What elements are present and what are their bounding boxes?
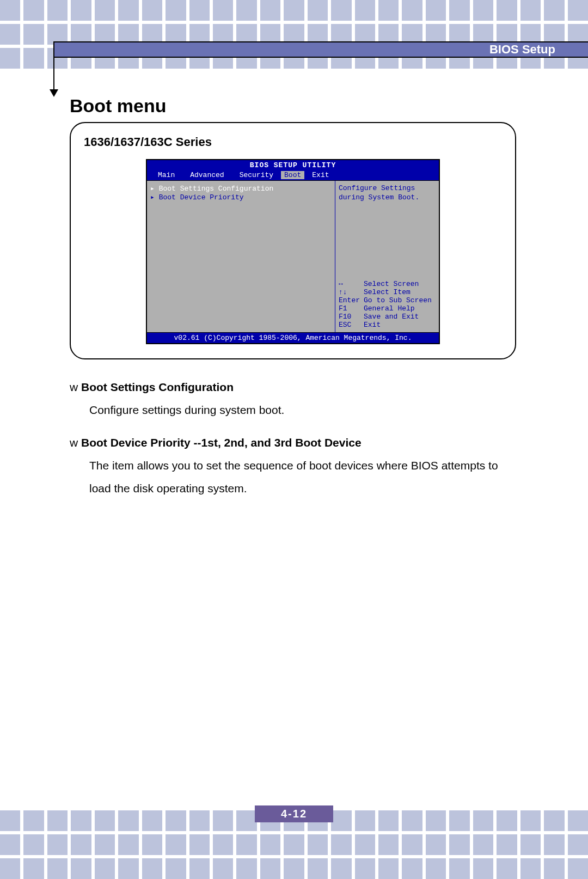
bios-item-boot-settings[interactable]: Boot Settings Configuration [150,184,332,193]
bios-key-legend: ↔Select Screen ↑↓Select Item EnterGo to … [339,280,436,329]
notes-section: w Boot Settings Configuration Configure … [70,376,516,500]
bullet-icon: w [70,436,78,449]
bios-menubar: Main Advanced Security Boot Exit [147,170,439,180]
bios-tab-exit[interactable]: Exit [304,171,336,179]
series-label: 1636/1637/163C Series [84,135,502,149]
header-title: BIOS Setup [489,42,555,57]
bios-tab-security[interactable]: Security [232,171,281,179]
page-heading: Boot menu [70,95,516,117]
bios-tab-main[interactable]: Main [150,171,182,179]
bios-right-pane: Configure Settings during System Boot. ↔… [335,181,439,332]
bios-tab-advanced[interactable]: Advanced [182,171,231,179]
note-desc: The item allows you to set the sequence … [89,454,516,500]
bios-screenshot: BIOS SETUP UTILITY Main Advanced Securit… [146,159,440,344]
bios-left-pane: Boot Settings Configuration Boot Device … [147,181,335,332]
note-label: Boot Settings Configuration [81,381,234,393]
decorative-top [0,0,588,69]
bios-tab-boot[interactable]: Boot [281,171,304,179]
note-item: w Boot Settings Configuration Configure … [70,376,516,422]
bios-hint-line: Configure Settings [339,184,436,193]
section-header: BIOS Setup [53,41,588,58]
bios-hint-line: during System Boot. [339,193,436,203]
page-number: 4-12 [255,805,333,822]
note-item: w Boot Device Priority --1st, 2nd, and 3… [70,431,516,500]
note-label: Boot Device Priority --1st, 2nd, and 3rd… [81,436,362,449]
bullet-icon: w [70,381,78,393]
down-arrow-icon [50,89,58,97]
note-desc: Configure settings during system boot. [89,399,516,422]
bios-footer: v02.61 (C)Copyright 1985-2006, American … [147,333,439,343]
bios-title: BIOS SETUP UTILITY [147,160,439,170]
bios-item-boot-priority[interactable]: Boot Device Priority [150,193,332,202]
bios-panel: 1636/1637/163C Series BIOS SETUP UTILITY… [70,122,516,359]
